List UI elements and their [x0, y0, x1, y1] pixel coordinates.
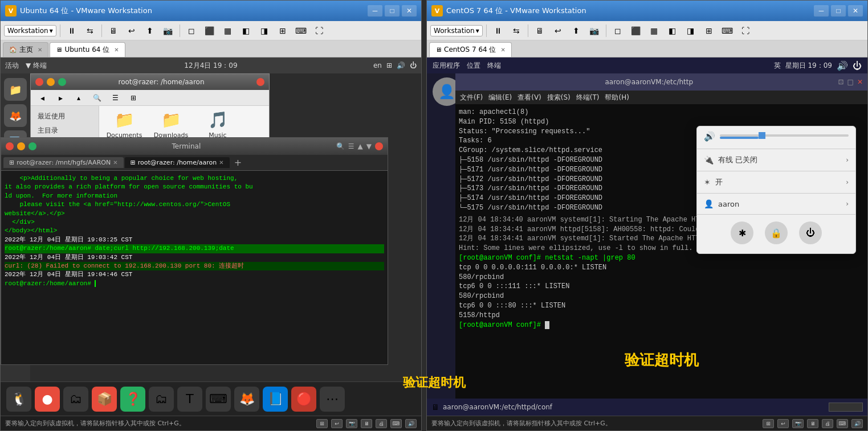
settings-action-btn[interactable]: ✱: [731, 221, 753, 244]
taskbar-app-terminal2[interactable]: ⌨: [206, 387, 231, 412]
taskbar-app-error[interactable]: 🔴: [291, 387, 316, 412]
centos-menu-edit[interactable]: 编辑(E): [488, 93, 512, 102]
right-toolbar-btn-4[interactable]: ↩: [550, 23, 566, 38]
fm-item-downloads[interactable]: 📁 Downloads: [150, 110, 191, 139]
toolbar-btn-11[interactable]: ◨: [256, 23, 272, 38]
toolbar-btn-8[interactable]: ⬛: [202, 23, 218, 38]
right-minimize-button[interactable]: ─: [814, 5, 829, 17]
right-status-icon-7[interactable]: 🔊: [851, 419, 863, 428]
tab-add-btn[interactable]: +: [231, 157, 245, 168]
status-icon-6[interactable]: ⌨: [390, 419, 402, 428]
right-toolbar-btn-8[interactable]: ⬛: [628, 23, 644, 38]
right-maximize-button[interactable]: □: [831, 5, 846, 17]
right-toolbar-btn-12[interactable]: ⊞: [701, 23, 717, 38]
fm-sidebar-item-recent[interactable]: 最近使用: [34, 109, 95, 124]
popup-bluetooth-row[interactable]: ✶ 开 ›: [697, 174, 855, 191]
activities-label[interactable]: 活动: [5, 61, 19, 71]
fm-search-btn[interactable]: 🔍: [89, 91, 105, 105]
power-action-btn[interactable]: ⏻: [799, 221, 822, 244]
right-toolbar-btn-11[interactable]: ◨: [683, 23, 699, 38]
fm-forward-btn[interactable]: ▸: [52, 91, 68, 105]
toolbar-btn-13[interactable]: ⌨: [293, 23, 309, 38]
term-down-icon[interactable]: ▼: [366, 142, 372, 150]
right-toolbar-btn-9[interactable]: ▦: [646, 23, 662, 38]
toolbar-btn-3[interactable]: 🖥: [105, 23, 121, 38]
right-toolbar-btn-5[interactable]: ⬆: [568, 23, 584, 38]
term-maximize-btn[interactable]: [28, 142, 36, 150]
sidebar-app-files[interactable]: 📁: [4, 78, 27, 101]
centos-menu-apps[interactable]: 应用程序: [433, 61, 460, 71]
centos-menu-help[interactable]: 帮助(H): [605, 93, 629, 102]
terminal-menu-label[interactable]: ▼ 终端: [26, 61, 47, 71]
status-icon-2[interactable]: ↩: [331, 419, 343, 428]
toolbar-btn-10[interactable]: ◧: [238, 23, 254, 38]
popup-network-row[interactable]: 🔌 有线 已关闭 ›: [697, 151, 855, 169]
term-minimize-btn[interactable]: [17, 142, 25, 150]
right-close-button[interactable]: ✕: [848, 5, 863, 17]
centos-menu-file[interactable]: 文件(F): [460, 93, 483, 102]
fm-close-btn-right[interactable]: [256, 78, 264, 86]
taskbar-app-penguin[interactable]: 🐧: [6, 387, 31, 412]
taskbar-app-grid[interactable]: ⋯: [320, 387, 345, 412]
toolbar-btn-7[interactable]: ◻: [184, 23, 199, 38]
fm-close-btn[interactable]: [35, 78, 43, 86]
centos-menu-view[interactable]: 查看(V): [517, 93, 541, 102]
taskbar-app-browser2[interactable]: 🗂: [63, 387, 88, 412]
taskbar-app-typora[interactable]: T: [177, 387, 202, 412]
right-toolbar-btn-6[interactable]: 📷: [586, 23, 602, 38]
right-toolbar-btn-10[interactable]: ◧: [665, 23, 680, 38]
toolbar-btn-2[interactable]: ⇆: [82, 23, 98, 38]
toolbar-btn-6[interactable]: 📷: [160, 23, 176, 38]
fm-sidebar-item-home[interactable]: 主目录: [34, 124, 95, 138]
sidebar-app-browser[interactable]: 🦊: [4, 104, 27, 127]
ubuntu-tab-close[interactable]: ✕: [114, 47, 119, 53]
toolbar-btn-4[interactable]: ↩: [124, 23, 140, 38]
centos-menu-search[interactable]: 搜索(S): [547, 93, 570, 102]
term-close-btn-2[interactable]: [375, 142, 383, 150]
status-icon-7[interactable]: 🔊: [405, 419, 417, 428]
taskbar-app-help2[interactable]: ❓: [120, 387, 145, 412]
power-icon-top[interactable]: ⏻: [410, 61, 417, 69]
status-icon-1[interactable]: ⊞: [316, 419, 328, 428]
tab-ubuntu[interactable]: 🖥 Ubuntu 64 位 ✕: [50, 42, 125, 57]
taskbar-app-folder2[interactable]: 🗂: [149, 387, 174, 412]
fm-back-btn[interactable]: ◂: [34, 91, 50, 105]
right-toolbar-btn-7[interactable]: ◻: [610, 23, 626, 38]
centos-menu-terminal[interactable]: 终端: [487, 61, 501, 71]
fm-item-music[interactable]: 🎵 Music: [197, 110, 238, 139]
term-search-icon[interactable]: 🔍: [336, 142, 345, 150]
fm-minimize-btn[interactable]: [47, 78, 55, 86]
right-status-icon-2[interactable]: ↩: [777, 419, 789, 428]
status-icon-4[interactable]: 🖥: [361, 419, 372, 428]
right-status-icon-3[interactable]: 📷: [792, 419, 804, 428]
lang-indicator[interactable]: en: [373, 61, 382, 69]
term-up-icon[interactable]: ▲: [358, 142, 363, 150]
close-button[interactable]: ✕: [402, 5, 417, 17]
centos-tab-close[interactable]: ✕: [500, 47, 505, 53]
fm-up-btn[interactable]: ▴: [71, 91, 87, 105]
home-tab-close[interactable]: ✕: [38, 47, 42, 53]
centos-power-icon[interactable]: ⏻: [853, 60, 862, 71]
volume-icon-top[interactable]: 🔊: [397, 61, 405, 69]
taskbar-app-firefox2[interactable]: 🦊: [234, 387, 259, 412]
term-close-btn[interactable]: [6, 142, 14, 150]
right-toolbar-fullscreen[interactable]: ⛶: [737, 23, 753, 38]
taskbar-app-vscode[interactable]: 📘: [263, 387, 288, 412]
fm-menu-btn[interactable]: ☰: [107, 91, 123, 105]
pause-button[interactable]: ⏸: [64, 23, 80, 38]
right-status-icon-6[interactable]: ⌨: [837, 419, 848, 428]
right-toolbar-btn-13[interactable]: ⌨: [719, 23, 735, 38]
terminal-content-area[interactable]: <p>Additionally to being a popular choic…: [1, 171, 388, 364]
fm-maximize-btn[interactable]: [58, 78, 66, 86]
network-icon[interactable]: ⊞: [386, 61, 392, 69]
toolbar-btn-12[interactable]: ⊞: [275, 23, 291, 38]
taskbar-app-store2[interactable]: 📦: [92, 387, 117, 412]
lock-action-btn[interactable]: 🔒: [765, 221, 788, 244]
terminal-tab-2[interactable]: ⊞ root@razer: /home/aaron ✕: [125, 157, 230, 168]
volume-slider-thumb[interactable]: [759, 132, 765, 139]
fm-item-documents[interactable]: 📁 Documents: [104, 110, 145, 139]
tab2-close[interactable]: ✕: [219, 159, 223, 166]
tab-home[interactable]: 🏠 主页 ✕: [3, 42, 48, 57]
centos-term-ctrl-3[interactable]: ✕: [857, 78, 863, 86]
right-status-icon-5[interactable]: 🖨: [822, 419, 833, 428]
